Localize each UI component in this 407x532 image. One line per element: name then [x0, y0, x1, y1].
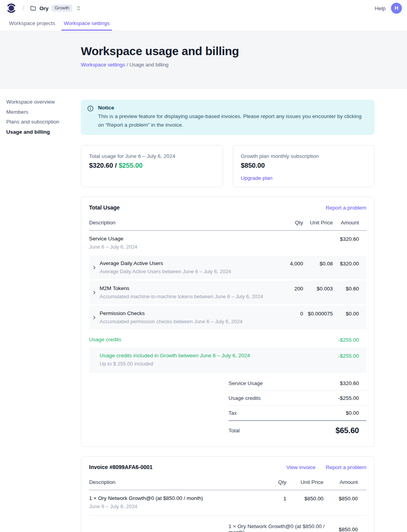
row-qty: 200	[272, 285, 303, 292]
info-icon	[87, 106, 93, 129]
subscription-label: Growth plan monthly subscription	[241, 153, 367, 159]
folder-icon	[30, 5, 36, 11]
row-unit: $0.08	[303, 260, 333, 267]
breadcrumb: Workspace settings/ Usage and billing	[81, 62, 407, 68]
row-title: Permission Checks	[100, 310, 243, 316]
table-row[interactable]: Permission ChecksAccumulated permission …	[89, 306, 366, 329]
subscription-amount: $850.00	[241, 162, 367, 170]
column-header-qty: Qty	[255, 479, 286, 485]
row-amount: -$255.00	[333, 353, 366, 359]
summary-label: Service Usage	[228, 380, 263, 386]
row-unit	[303, 337, 333, 337]
row-title: Usage credits included in Growth between…	[100, 353, 272, 358]
page-title: Workspace usage and billing	[81, 45, 407, 58]
invoice-table: DescriptionQtyUnit PriceAmount 1 × Ory N…	[89, 477, 366, 532]
row-unit: $850.00	[286, 495, 323, 502]
upgrade-plan-link[interactable]: Upgrade plan	[241, 175, 273, 181]
main-content: Notice This is a preview feature for dis…	[81, 89, 375, 532]
chevron-right-icon[interactable]	[89, 260, 100, 274]
total-usage-panel: Total Usage Report a problem Description…	[81, 197, 375, 447]
column-header-description: Description	[89, 220, 272, 226]
total-usage-card: Total usage for June 6 – July 6, 2024 $3…	[81, 145, 223, 187]
row-amount: $320.00	[333, 260, 366, 267]
table-row: Usage credits-$255.00	[89, 331, 366, 348]
workspace-name: Ory	[39, 5, 48, 11]
usage-amount-separator: /	[113, 162, 118, 169]
table-row: Service UsageJune 6 – July 6, 2024$320.6…	[89, 231, 366, 256]
row-amount: $0.60	[333, 285, 366, 292]
chevron-right-icon[interactable]	[89, 310, 100, 324]
row-unit	[303, 353, 333, 353]
row-title: Service Usage	[89, 236, 272, 242]
tab-workspace-projects[interactable]: Workspace projects	[7, 16, 57, 30]
notice-banner: Notice This is a preview feature for dis…	[81, 100, 375, 135]
summary-row: 1 × Ory Network Growth@0 (at $850.00 / m…	[228, 519, 366, 532]
help-link[interactable]: Help	[375, 5, 386, 11]
row-qty: 1	[255, 495, 286, 502]
plan-badge: Growth	[52, 5, 72, 12]
column-header-amount: Amount	[333, 220, 366, 226]
table-row[interactable]: M2M TokensAccumulated machine-to-machine…	[89, 281, 366, 304]
row-subtitle: Up to $ 255.00 included	[100, 361, 272, 367]
column-header-qty: Qty	[272, 220, 303, 226]
usage-summary: Service Usage$320.60Usage credits-$255.0…	[228, 376, 366, 439]
usage-table-header: DescriptionQtyUnit PriceAmount	[89, 217, 366, 231]
row-subtitle: Accumulated machine-to-machine tokens be…	[100, 294, 263, 299]
invoice-table-header: DescriptionQtyUnit PriceAmount	[89, 477, 366, 490]
selector-updown-icon	[76, 5, 81, 11]
chevron-right-icon[interactable]	[89, 285, 100, 299]
total-value: $65.60	[336, 426, 366, 435]
invoice-title: Invoice #8099AFA6-0001	[89, 464, 153, 470]
report-a-problem-link[interactable]: Report a problem	[326, 205, 366, 211]
workspace-tabs: Workspace projectsWorkspace settings	[0, 16, 407, 30]
workspace-switcher[interactable]: Ory Growth	[30, 5, 81, 12]
total-usage-amount: $320.60 / $255.00	[89, 162, 215, 170]
row-subtitle: June 6 – July 6, 2024	[89, 503, 255, 509]
breadcrumb-link-workspace-settings[interactable]: Workspace settings	[81, 62, 125, 68]
top-bar: / Ory Growth Help H	[0, 0, 407, 16]
row-qty	[272, 236, 303, 236]
summary-value: $850.00	[339, 527, 366, 532]
view-invoice-link[interactable]: View invoice	[286, 464, 316, 470]
total-usage-label: Total usage for June 6 – July 6, 2024	[89, 153, 215, 159]
column-header-unit-price: Unit Price	[286, 479, 323, 485]
summary-label: Usage credits	[228, 395, 261, 401]
summary-total-row: Total$65.60	[228, 421, 366, 439]
table-row[interactable]: Average Daily Active UsersAverage Daily …	[89, 256, 366, 279]
row-amount: $0.00	[333, 310, 366, 317]
sidebar-item-plans-and-subscription[interactable]: Plans and subscription	[6, 119, 59, 125]
column-header-description: Description	[89, 479, 255, 485]
summary-label: 1 × Ory Network Growth@0 (at $850.00 / m…	[228, 523, 339, 532]
row-amount: $850.00	[323, 495, 366, 502]
row-subtitle: Accumulated permission checks between Ju…	[100, 319, 243, 324]
table-row: 1 × Ory Network Growth@0 (at $850.00 / m…	[89, 490, 366, 516]
row-title: Average Daily Active Users	[100, 260, 231, 266]
row-qty: 4,000	[272, 260, 303, 267]
usage-credit-value: $255.00	[119, 162, 143, 169]
row-subtitle: June 6 – July 6, 2024	[89, 244, 272, 250]
summary-row: Tax$0.00	[228, 406, 366, 421]
tab-workspace-settings[interactable]: Workspace settings	[61, 16, 112, 30]
ory-logo-icon[interactable]	[6, 3, 16, 13]
breadcrumb-separator: /	[23, 5, 24, 11]
sidebar-item-members[interactable]: Members	[6, 109, 59, 115]
usage-panel-title: Total Usage	[89, 204, 120, 211]
notice-body: This is a preview feature for displaying…	[98, 112, 368, 129]
total-label: Total	[228, 428, 240, 433]
invoice-report-a-problem-link[interactable]: Report a problem	[326, 464, 366, 470]
usage-table: DescriptionQtyUnit PriceAmount Service U…	[89, 217, 366, 439]
summary-label: Tax	[228, 410, 237, 416]
user-avatar[interactable]: H	[391, 3, 402, 14]
row-amount: -$255.00	[333, 337, 366, 343]
row-subtitle: Average Daily Active Users between June …	[100, 269, 231, 274]
sidebar-item-usage-and-billing[interactable]: Usage and billing	[6, 129, 59, 135]
row-qty: 0	[272, 310, 303, 317]
table-row: Usage credits included in Growth between…	[89, 348, 366, 373]
settings-sidebar: Workspace overviewMembersPlans and subsc…	[6, 99, 59, 139]
summary-row: Usage credits-$255.00	[228, 391, 366, 406]
row-qty	[272, 353, 303, 353]
row-title: Usage credits	[89, 337, 272, 342]
column-header-amount: Amount	[323, 479, 366, 485]
sidebar-item-workspace-overview[interactable]: Workspace overview	[6, 99, 59, 105]
row-title: M2M Tokens	[100, 285, 263, 291]
